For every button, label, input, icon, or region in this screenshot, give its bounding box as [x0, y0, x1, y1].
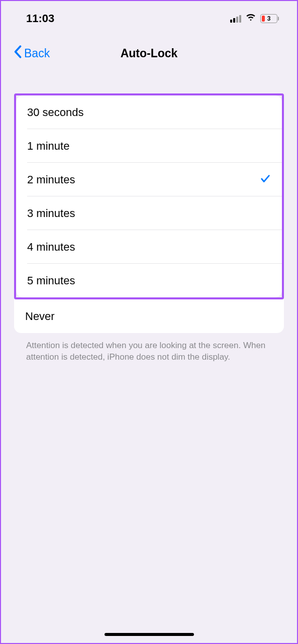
- option-label: 5 minutes: [27, 274, 75, 287]
- status-icons: 3: [230, 13, 279, 24]
- wifi-icon: [245, 13, 256, 24]
- options-list: 30 seconds 1 minute 2 minutes 3 minutes …: [16, 95, 282, 297]
- content-area: 30 seconds 1 minute 2 minutes 3 minutes …: [1, 69, 297, 363]
- option-label: 2 minutes: [27, 173, 75, 186]
- back-label: Back: [24, 47, 50, 60]
- option-label: 4 minutes: [27, 241, 75, 254]
- status-bar: 11:03 3: [1, 1, 297, 31]
- option-label: 30 seconds: [27, 106, 84, 119]
- option-2-minutes[interactable]: 2 minutes: [16, 163, 282, 196]
- checkmark-icon: [260, 173, 271, 186]
- option-4-minutes[interactable]: 4 minutes: [16, 230, 282, 264]
- navigation-bar: Back Auto-Lock: [1, 31, 297, 69]
- battery-icon: 3: [260, 14, 279, 23]
- option-never[interactable]: Never: [14, 299, 284, 333]
- home-indicator[interactable]: [105, 633, 194, 636]
- option-3-minutes[interactable]: 3 minutes: [16, 196, 282, 230]
- chevron-left-icon: [13, 45, 22, 61]
- option-30-seconds[interactable]: 30 seconds: [16, 95, 282, 129]
- option-label: 1 minute: [27, 140, 69, 153]
- cellular-signal-icon: [230, 15, 241, 23]
- option-5-minutes[interactable]: 5 minutes: [16, 264, 282, 297]
- footer-description: Attention is detected when you are looki…: [14, 333, 284, 363]
- status-time: 11:03: [26, 12, 54, 25]
- option-label: Never: [25, 310, 55, 323]
- highlighted-options: 30 seconds 1 minute 2 minutes 3 minutes …: [14, 93, 284, 299]
- page-title: Auto-Lock: [121, 47, 178, 60]
- back-button[interactable]: Back: [13, 45, 50, 61]
- battery-level: 3: [267, 15, 271, 22]
- option-1-minute[interactable]: 1 minute: [16, 129, 282, 163]
- option-label: 3 minutes: [27, 207, 75, 220]
